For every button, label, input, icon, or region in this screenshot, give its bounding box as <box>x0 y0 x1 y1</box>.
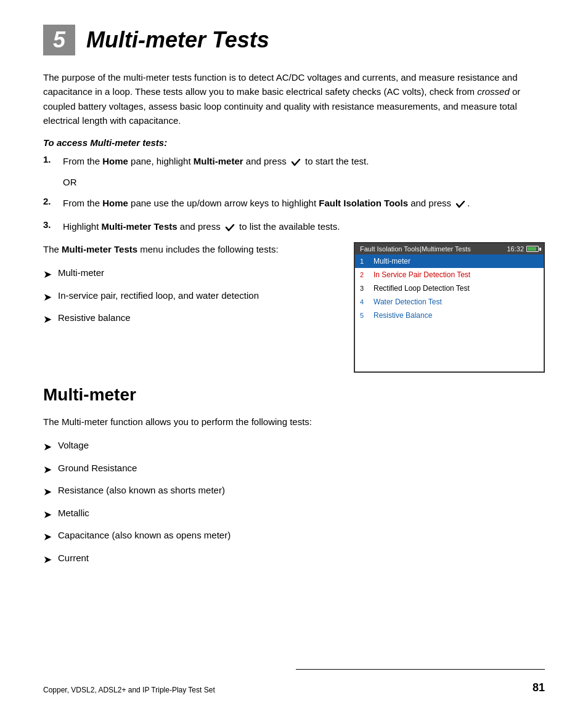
battery-fill <box>528 247 536 251</box>
menu-bullet-2: ➤ In-service pair, rectified loop, and w… <box>43 289 341 306</box>
step-3-content: Highlight Multi-meter Tests and press to… <box>63 219 545 233</box>
test-voltage: Voltage <box>58 439 89 453</box>
device-menu-label-5: Resistive Balance <box>374 311 432 320</box>
test-item-resistance: ➤ Resistance (also known as shorts meter… <box>43 484 545 500</box>
device-menu-item-5: 5 Resistive Balance <box>355 309 544 322</box>
arrow-icon-3: ➤ <box>43 312 52 328</box>
step-1-content: From the Home pane, highlight Multi-mete… <box>63 154 545 168</box>
footer-line <box>296 669 545 670</box>
device-menu-item-2: 2 In Service Pair Detection Test <box>355 268 544 282</box>
test-ground: Ground Resistance <box>58 461 137 476</box>
check-icon-1 <box>290 156 301 168</box>
menu-bullet-list: ➤ Multi-meter ➤ In-service pair, rectifi… <box>43 266 341 328</box>
device-menu-num-1: 1 <box>360 258 371 265</box>
device-header-time: 16:32 <box>507 245 539 253</box>
page-number: 81 <box>533 681 545 694</box>
test-item-ground: ➤ Ground Resistance <box>43 461 545 478</box>
device-blank-area <box>355 322 544 371</box>
test-item-voltage: ➤ Voltage <box>43 439 545 455</box>
intro-paragraph: The purpose of the multi-meter tests fun… <box>43 70 545 128</box>
chapter-title: Multi-meter Tests <box>86 27 269 53</box>
multimeter-test-list: ➤ Voltage ➤ Ground Resistance ➤ Resistan… <box>43 439 545 567</box>
device-menu-label-4: Water Detection Test <box>374 298 442 306</box>
arrow-icon-2: ➤ <box>43 290 52 306</box>
chapter-header: 5 Multi-meter Tests <box>43 25 545 55</box>
step-2: 2. From the Home pane use the up/down ar… <box>43 196 545 210</box>
device-menu-label-2: In Service Pair Detection Test <box>374 270 470 279</box>
device-screen: Fault Isolation Tools|Multimeter Tests 1… <box>354 242 545 373</box>
menu-description: The Multi-meter Tests menu includes the … <box>43 242 341 334</box>
test-item-current: ➤ Current <box>43 551 545 568</box>
device-menu-num-4: 4 <box>360 298 371 306</box>
test-metallic: Metallic <box>58 506 89 521</box>
arrow-icon-cu: ➤ <box>43 552 52 568</box>
step-2-number: 2. <box>43 196 60 206</box>
menu-bullet-2-text: In-service pair, rectified loop, and wat… <box>58 289 259 303</box>
check-icon-2 <box>455 198 466 209</box>
arrow-icon-c: ➤ <box>43 529 52 545</box>
step-3: 3. Highlight Multi-meter Tests and press… <box>43 219 545 233</box>
step-2-content: From the Home pane use the up/down arrow… <box>63 196 545 210</box>
access-heading: To access Multi-meter tests: <box>43 137 545 148</box>
page-footer: Copper, VDSL2, ADSL2+ and IP Triple-Play… <box>43 681 545 694</box>
device-menu-num-2: 2 <box>360 271 371 278</box>
arrow-icon-r: ➤ <box>43 484 52 500</box>
test-capacitance: Capacitance (also known as opens meter) <box>58 529 231 543</box>
device-menu-num-5: 5 <box>360 312 371 319</box>
step-1-number: 1. <box>43 154 60 164</box>
arrow-icon-g: ➤ <box>43 462 52 478</box>
menu-intro: The Multi-meter Tests menu includes the … <box>43 242 341 256</box>
device-header: Fault Isolation Tools|Multimeter Tests 1… <box>355 243 544 254</box>
test-resistance: Resistance (also known as shorts meter) <box>58 484 225 498</box>
multimeter-intro: The Multi-meter function allows you to p… <box>43 415 545 429</box>
multimeter-heading: Multi-meter <box>43 385 545 405</box>
step-3-number: 3. <box>43 219 60 230</box>
menu-bullet-3-text: Resistive balance <box>58 311 131 325</box>
device-menu-item-4: 4 Water Detection Test <box>355 295 544 309</box>
menu-section: The Multi-meter Tests menu includes the … <box>43 242 545 373</box>
test-current: Current <box>58 551 89 566</box>
menu-bullet-1-text: Multi-meter <box>58 266 104 280</box>
test-item-metallic: ➤ Metallic <box>43 506 545 523</box>
footer-left-text: Copper, VDSL2, ADSL2+ and IP Triple-Play… <box>43 686 215 694</box>
device-header-title: Fault Isolation Tools|Multimeter Tests <box>360 245 471 253</box>
arrow-icon-v: ➤ <box>43 439 52 455</box>
step-1: 1. From the Home pane, highlight Multi-m… <box>43 154 545 168</box>
device-time-text: 16:32 <box>507 245 524 253</box>
menu-bullet-1: ➤ Multi-meter <box>43 266 341 283</box>
chapter-number: 5 <box>43 25 75 55</box>
device-screenshot: Fault Isolation Tools|Multimeter Tests 1… <box>354 242 545 373</box>
menu-bullet-3: ➤ Resistive balance <box>43 311 341 328</box>
device-menu-label-1: Multi-meter <box>374 257 410 266</box>
device-menu-label-3: Rectified Loop Detection Test <box>374 284 470 293</box>
device-menu-num-3: 3 <box>360 285 371 292</box>
device-menu: 1 Multi-meter 2 In Service Pair Detectio… <box>355 254 544 371</box>
check-icon-3 <box>224 222 235 233</box>
test-item-capacitance: ➤ Capacitance (also known as opens meter… <box>43 529 545 545</box>
or-text: OR <box>63 177 545 187</box>
device-menu-item-3: 3 Rectified Loop Detection Test <box>355 282 544 295</box>
battery-icon <box>526 246 539 252</box>
device-menu-item-1: 1 Multi-meter <box>355 254 544 268</box>
arrow-icon-m: ➤ <box>43 507 52 523</box>
arrow-icon-1: ➤ <box>43 267 52 283</box>
